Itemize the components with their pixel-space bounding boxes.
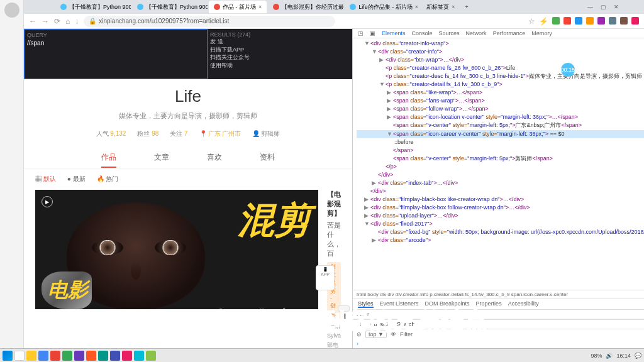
stat-location: 📍广东 广州市 — [199, 129, 242, 138]
battery-status: 98% — [591, 353, 602, 359]
location-icon: 📍 — [199, 130, 207, 137]
xpath-helper-overlay: QUERY //span RESULTS (274) 发 送 扫描下载APP 扫… — [24, 29, 352, 79]
stat-fans[interactable]: 粉丝 98 — [137, 129, 158, 138]
clock[interactable]: 16:14 — [616, 353, 631, 359]
video-subtitle-overlay: 于是采取先定位到它的兄弟结点 — [155, 306, 489, 337]
accessibility-tab[interactable]: Accessibility — [508, 300, 539, 308]
tab-3[interactable]: 作品 - 新片场× — [209, 1, 267, 13]
new-tab-button[interactable]: + — [465, 4, 469, 10]
download-button[interactable]: ↓ — [75, 17, 79, 26]
notification-icon[interactable]: 💬 — [635, 353, 641, 359]
ext-icon-1[interactable] — [552, 17, 560, 25]
ext-icon-3[interactable] — [575, 17, 582, 25]
tab-6[interactable]: 新标签页× — [421, 1, 460, 13]
tb-app-2[interactable] — [38, 351, 48, 361]
result-line: 扫描下载APP — [210, 46, 350, 54]
recording-time-badge: 00:15 — [561, 63, 575, 77]
bolt-icon[interactable]: ⚡ — [539, 17, 548, 26]
star-icon[interactable]: ☆ — [528, 17, 535, 26]
result-line: 使用帮助 — [210, 62, 350, 70]
device-icon[interactable]: ▣ — [370, 30, 375, 36]
window-close-button[interactable]: ✕ — [614, 4, 619, 10]
video-title: 【电影混剪】 — [327, 190, 341, 218]
thumb-text-1: 混剪 — [238, 202, 311, 237]
forward-button[interactable]: → — [42, 17, 49, 26]
tb-app-4[interactable] — [62, 351, 72, 361]
filter-hot[interactable]: 🔥 热门 — [97, 175, 119, 184]
search-icon[interactable] — [14, 351, 25, 361]
dt-tab-performance[interactable]: Performance — [493, 30, 526, 36]
dt-tab-sources[interactable]: Sources — [439, 30, 460, 36]
tab-5[interactable]: Life的作品集 - 新片场× — [345, 1, 420, 13]
tb-app-9[interactable] — [122, 351, 132, 361]
breadcrumb[interactable]: html body div div div.creator-info p.cre… — [353, 290, 644, 299]
window-min-button[interactable]: — — [587, 4, 593, 10]
dt-tab-console[interactable]: Console — [412, 30, 433, 36]
page-content: QUERY //span RESULTS (274) 发 送 扫描下载APP 扫… — [24, 29, 352, 348]
tb-app-5[interactable] — [74, 351, 84, 361]
ext-icon-2[interactable] — [564, 17, 571, 25]
tb-app-8[interactable] — [110, 351, 120, 361]
window-max-button[interactable]: ▢ — [601, 4, 606, 10]
back-button[interactable]: ← — [29, 17, 36, 26]
content-tabs: 作品 文章 喜欢 资料 — [24, 152, 352, 168]
query-label: QUERY — [27, 32, 204, 38]
ext-icon-7[interactable] — [620, 17, 628, 25]
tab-2[interactable]: 【千锋教育】Python 900集× — [132, 1, 208, 13]
browser-tabs: 【千锋教育】Python 900集× 【千锋教育】Python 900集× 作品… — [24, 0, 644, 14]
ext-icon-5[interactable] — [597, 17, 605, 25]
url-input[interactable]: 🔒 xinpianchang.com/u10290975?from=articl… — [84, 16, 335, 27]
dt-tab-network[interactable]: Network — [466, 30, 487, 36]
tab-likes[interactable]: 喜欢 — [207, 152, 222, 163]
dt-tab-memory[interactable]: Memory — [531, 30, 552, 36]
result-line: 扫描关注公众号 — [210, 53, 350, 62]
stat-role: 👤剪辑师 — [252, 129, 280, 138]
stat-follow[interactable]: 关注 7 — [170, 129, 187, 138]
avatar[interactable] — [4, 3, 19, 18]
filter-newest[interactable]: ● 最新 — [67, 175, 86, 184]
play-icon[interactable]: ▶ — [42, 196, 53, 207]
tab-info[interactable]: 资料 — [260, 152, 275, 163]
profile-desc: 媒体专业，主要方向是导演，摄影师，剪辑师 — [24, 111, 352, 121]
ext-icon-4[interactable] — [586, 17, 594, 25]
devtools-panel: ◳ ▣ Elements Console Sources Network Per… — [352, 29, 644, 348]
ext-icon-6[interactable] — [609, 17, 616, 25]
address-bar: ← → ⟳ ⌂ ↓ 🔒 xinpianchang.com/u10290975?f… — [24, 14, 644, 29]
results-label: RESULTS (274) — [210, 31, 350, 38]
profile-name: Life — [24, 87, 352, 106]
person-icon: 👤 — [252, 130, 260, 137]
thumb-text-2: 电影 — [48, 277, 88, 304]
tray-icon[interactable]: 🔊 — [606, 353, 613, 359]
favorites-strip — [0, 0, 24, 362]
tb-app-11[interactable] — [146, 351, 156, 361]
tb-app-6[interactable] — [86, 351, 96, 361]
tb-app-7[interactable] — [98, 351, 108, 361]
video-subtitle: 苦是什么，百 — [327, 221, 341, 258]
tab-1[interactable]: 【千锋教育】Python 900集× — [55, 1, 131, 13]
video-thumbnail[interactable]: ▶ 混剪 电影 — [35, 190, 318, 309]
result-line: 发 送 — [210, 38, 350, 46]
tab-4[interactable]: 【电影混剪】你经历过最大的× — [268, 1, 343, 13]
extension-icons: ☆ ⚡ — [528, 17, 639, 26]
filter-default[interactable]: ▦ 默认 — [35, 175, 56, 184]
filters: ▦ 默认 ● 最新 🔥 热门 — [24, 168, 352, 190]
lock-icon: 🔒 — [89, 18, 96, 25]
taskbar[interactable]: 98% 🔊 16:14 💬 — [0, 348, 644, 362]
tb-app-10[interactable] — [134, 351, 144, 361]
home-button[interactable]: ⌂ — [65, 17, 70, 26]
tab-works[interactable]: 作品 — [101, 152, 116, 168]
reload-button[interactable]: ⟳ — [54, 17, 60, 26]
ext-icon-8[interactable] — [631, 17, 639, 25]
console-prompt[interactable]: › — [353, 339, 644, 348]
app-download-badge[interactable]: 📱APP — [316, 265, 335, 290]
start-button[interactable] — [3, 351, 13, 361]
stat-popularity[interactable]: 人气 9,132 — [96, 129, 126, 138]
elements-tree[interactable]: ▼<div class="creator-info-wrap"> ▼<div c… — [353, 38, 644, 290]
tb-app-1[interactable] — [26, 351, 36, 361]
inspect-icon[interactable]: ◳ — [358, 30, 364, 36]
xpath-query-input[interactable]: //span — [27, 40, 204, 47]
dt-tab-elements[interactable]: Elements — [382, 30, 406, 36]
tb-app-3[interactable] — [50, 351, 60, 361]
tab-articles[interactable]: 文章 — [154, 152, 169, 163]
